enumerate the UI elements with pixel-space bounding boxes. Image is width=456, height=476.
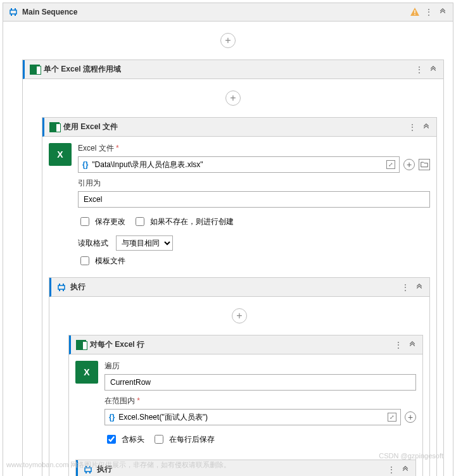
collapse-icon[interactable] <box>438 7 448 17</box>
create-if-not-exist-checkbox[interactable]: 如果不存在，则进行创建 <box>133 215 234 228</box>
add-activity-button[interactable]: + <box>225 91 241 106</box>
svg-rect-4 <box>10 10 16 14</box>
svg-rect-11 <box>58 285 65 289</box>
range-input[interactable] <box>117 410 385 424</box>
has-header-checkbox[interactable]: 含标头 <box>104 433 144 446</box>
expression-icon: {} <box>109 413 115 422</box>
excel-file-input[interactable] <box>91 158 384 172</box>
watermark-text: www.toymoban.com 网络图片仅供展示，非存储，如有侵权请联系删除。 <box>6 460 231 470</box>
more-options-icon[interactable]: ⋮ <box>407 122 417 132</box>
read-format-label: 读取格式 <box>78 238 108 249</box>
more-options-icon[interactable]: ⋮ <box>414 65 424 75</box>
browse-folder-button[interactable] <box>419 159 430 170</box>
more-options-icon[interactable]: ⋮ <box>400 282 410 292</box>
expand-icon[interactable]: ⤢ <box>388 413 396 422</box>
sequence-icon <box>56 282 66 292</box>
collapse-icon[interactable] <box>421 122 431 132</box>
add-file-button[interactable]: + <box>403 159 415 170</box>
excel-scope-header[interactable]: 单个 Excel 流程作用域 ⋮ <box>23 60 443 79</box>
main-sequence-title: Main Sequence <box>22 8 406 16</box>
range-label: 在范围内 <box>104 396 416 406</box>
svg-rect-5 <box>414 10 415 13</box>
use-excel-header[interactable]: 使用 Excel 文件 ⋮ <box>42 118 436 137</box>
reference-input[interactable] <box>82 192 426 206</box>
add-range-button[interactable]: + <box>405 411 416 423</box>
add-activity-button[interactable]: + <box>232 308 247 323</box>
svg-rect-6 <box>414 14 415 15</box>
more-options-icon[interactable]: ⋮ <box>386 465 396 475</box>
template-file-checkbox[interactable]: 模板文件 <box>78 254 430 267</box>
collapse-icon[interactable] <box>428 65 438 75</box>
save-after-row-checkbox[interactable]: 在每行后保存 <box>152 433 215 446</box>
excel-icon <box>49 122 60 132</box>
more-options-icon[interactable]: ⋮ <box>424 7 434 17</box>
read-format-select[interactable]: 与项目相同 <box>116 235 173 251</box>
expression-icon: {} <box>82 160 88 169</box>
excel-app-icon: X <box>75 361 98 384</box>
excel-app-icon: X <box>49 143 72 166</box>
excel-scope-title: 单个 Excel 流程作用域 <box>44 64 410 75</box>
execute-header[interactable]: 执行 ⋮ <box>49 278 429 297</box>
main-sequence-header[interactable]: Main Sequence ⋮ <box>3 3 453 22</box>
collapse-icon[interactable] <box>414 282 424 292</box>
excel-row-icon <box>76 340 86 350</box>
watermark-text: CSDN @gzpingesoft <box>379 452 443 460</box>
more-options-icon[interactable]: ⋮ <box>393 340 403 350</box>
reference-label: 引用为 <box>78 178 430 189</box>
use-excel-title: 使用 Excel 文件 <box>63 122 403 132</box>
execute-title: 执行 <box>70 282 396 292</box>
save-changes-checkbox[interactable]: 保存更改 <box>78 215 125 228</box>
expand-icon[interactable]: ⤢ <box>386 160 395 169</box>
collapse-icon[interactable] <box>400 465 410 475</box>
add-activity-button[interactable]: + <box>220 33 236 48</box>
excel-scope-icon <box>30 65 40 75</box>
loop-variable-input[interactable] <box>109 375 412 389</box>
loop-label: 遍历 <box>104 361 416 372</box>
sequence-icon <box>8 7 18 17</box>
foreach-row-title: 对每个 Excel 行 <box>90 339 390 350</box>
collapse-icon[interactable] <box>407 340 417 350</box>
warning-icon <box>410 7 420 17</box>
foreach-row-header[interactable]: 对每个 Excel 行 ⋮ <box>69 335 422 354</box>
excel-file-label: Excel 文件 <box>78 143 430 154</box>
